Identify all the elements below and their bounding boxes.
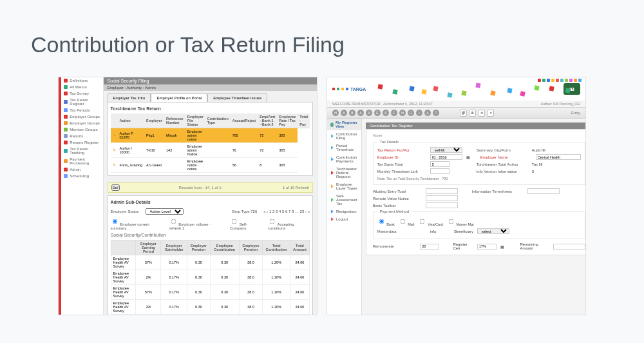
shortcut-icon[interactable] (538, 79, 541, 82)
ribbon-button[interactable]: E (374, 110, 381, 116)
breadcrumb-home[interactable]: Home (373, 133, 585, 139)
sidebar-item-label: Contribution Filing (336, 132, 357, 140)
ribbon-button[interactable]: F (391, 110, 397, 116)
shortcut-icon[interactable] (574, 79, 577, 82)
ribbon-tool-icon[interactable]: 🗐 (460, 110, 467, 117)
ribbon-tool-icon[interactable]: 🖶 (469, 110, 476, 117)
table-row: Employee Health AV Survey2%0.17%0.300.30… (111, 270, 309, 285)
calendar-icon[interactable]: ▦ (466, 155, 470, 159)
t2-caption: Social Security/Contribution (111, 231, 310, 240)
sidebar-item[interactable]: Self-Assessment Tax (327, 192, 361, 208)
shortcut-icon[interactable] (560, 79, 564, 82)
employer-id-input[interactable] (430, 154, 462, 160)
delete-button[interactable]: Del (111, 184, 120, 191)
ribbon-button[interactable]: G (408, 110, 414, 116)
ribbon-button[interactable]: A (424, 110, 431, 116)
sidebar-item[interactable]: Resignation (327, 208, 361, 215)
ribbon-button[interactable]: A (366, 110, 372, 116)
table-row: Employee Health AV Survey2%0.17%0.300.30… (111, 300, 309, 315)
sidebar-item[interactable]: Contribution Payments (327, 153, 361, 165)
sidebar-item[interactable]: Period Timeshow (327, 142, 361, 153)
payment-radio[interactable]: Money Mgr (447, 217, 474, 226)
payment-radio[interactable]: Bank (377, 217, 395, 226)
ribbon-button[interactable]: I (416, 110, 422, 116)
table-row[interactable]: ✎Author F 01970Pkg1MirookEmployer admin … (111, 128, 310, 143)
sidebar-item[interactable]: Tax Return Register (61, 97, 102, 107)
bullet-icon (64, 121, 68, 125)
payment-radio[interactable]: Visa/Card (418, 217, 443, 226)
sidebar-item[interactable]: Employer Groups (61, 113, 102, 120)
sidebar-item[interactable]: Returns Register (61, 139, 102, 146)
shortcut-icon[interactable] (556, 79, 559, 82)
tax-return-for-select[interactable]: self-fill (430, 147, 462, 153)
page-title: Contribution or Tax Return Filing (0, 0, 644, 77)
employer-name-input[interactable] (536, 154, 581, 160)
bullet-icon (64, 85, 68, 89)
sidebar-item[interactable]: Tax Periods (61, 107, 102, 113)
sidebar-item[interactable]: Member Groups (61, 126, 102, 133)
sidebar-item[interactable]: Payment Processing (61, 156, 102, 166)
remote-input[interactable] (426, 195, 458, 201)
col-header: Total - Pay (298, 113, 310, 128)
sidebar-item[interactable]: Reports (61, 133, 102, 139)
info2-input[interactable] (527, 188, 560, 194)
masterdata-value: info (430, 230, 437, 233)
emp-status-select[interactable]: Active Level (146, 208, 184, 215)
allotting-input[interactable] (426, 188, 458, 194)
ribbon-tool-icon[interactable]: ✕ (487, 110, 494, 117)
sidebar-item[interactable]: Torchbearer Referal Request (327, 165, 361, 181)
left-sidebar: DefinitionsAll MenusTax SurveyTax Return… (61, 77, 103, 315)
bullet-icon (64, 159, 68, 163)
person-icon (330, 122, 334, 127)
radio-option[interactable]: Employer rollover · refresh 1 (169, 217, 223, 230)
ribbon-tool-icon[interactable]: ⚙ (478, 110, 485, 117)
register-input[interactable] (477, 244, 497, 250)
sidebar-item[interactable]: All Menus (61, 84, 102, 90)
sidebar-item[interactable]: Contribution Filing (327, 130, 361, 142)
shortcut-icon[interactable] (578, 79, 582, 82)
ribbon-button[interactable]: B (349, 110, 355, 116)
basis-toolbar-input[interactable] (426, 202, 458, 208)
shortcut-icon[interactable] (551, 79, 554, 82)
tax-basis-input[interactable] (430, 161, 450, 167)
shortcut-icon[interactable] (565, 79, 568, 82)
screenshot-right: TARGA IB WELCOME ADMINISTRATOR · Adminis… (327, 77, 586, 315)
radio-option[interactable]: Self-Company (230, 217, 261, 230)
tab[interactable]: Employer Profile on Portal (151, 93, 207, 102)
bullet-icon (64, 141, 68, 144)
sidebar-item[interactable]: Scheduling (61, 173, 102, 179)
shortcut-icon[interactable] (547, 79, 550, 82)
radio-option[interactable]: Accepting conditions (268, 217, 310, 230)
sidebar-item[interactable]: Logout (327, 215, 361, 223)
tab[interactable]: Employer Tax Intro (108, 93, 151, 102)
ribbon-button[interactable]: H (332, 110, 339, 116)
ribbon-button[interactable]: S (383, 110, 389, 116)
payment-radio[interactable]: Mail (399, 217, 415, 226)
ribbon-button[interactable]: T (433, 110, 439, 116)
sidebar-item[interactable]: Tax Return Tracking (61, 146, 102, 156)
sidebar-item[interactable]: Employer Layer Types (327, 181, 361, 192)
sidebar-item[interactable]: Admin (61, 166, 102, 173)
tab[interactable]: Employee Timesheet Issues (207, 93, 267, 102)
decorative-cubes (370, 80, 560, 98)
monthly-input[interactable] (430, 168, 450, 174)
panel-subheader: Employer : Authority : Admin (104, 84, 317, 91)
sidebar-item[interactable]: Tax Survey (61, 90, 102, 97)
remaining-input[interactable] (553, 244, 585, 250)
shortcut-icon[interactable] (569, 79, 573, 82)
sidebar-item[interactable]: Employer Groups (61, 120, 102, 126)
ribbon-button[interactable]: A (357, 110, 364, 116)
table-row[interactable]: ✎Author I 10000T-010142Employer admin · … (111, 143, 310, 158)
radio-option[interactable]: Employer current summary (111, 217, 163, 230)
mini-pager[interactable]: « ‹ 1 2 3 4 5 6 7 8 … 23 › » (263, 210, 310, 213)
sidebar-item[interactable]: Definitions (61, 77, 102, 84)
beneficiary-select[interactable]: select (477, 228, 509, 234)
table-row[interactable]: ✎Form_GradingAC-GuestEmployee notice · n… (111, 158, 310, 173)
col-header: Contribution Type (205, 113, 231, 128)
shortcut-icon[interactable] (542, 79, 545, 82)
calendar-icon[interactable]: ▦ (500, 244, 504, 249)
cube-icon (433, 86, 438, 91)
ribbon-button[interactable]: A (341, 110, 347, 116)
remunerate-input[interactable] (420, 244, 439, 250)
ribbon-button[interactable]: H (399, 110, 406, 116)
